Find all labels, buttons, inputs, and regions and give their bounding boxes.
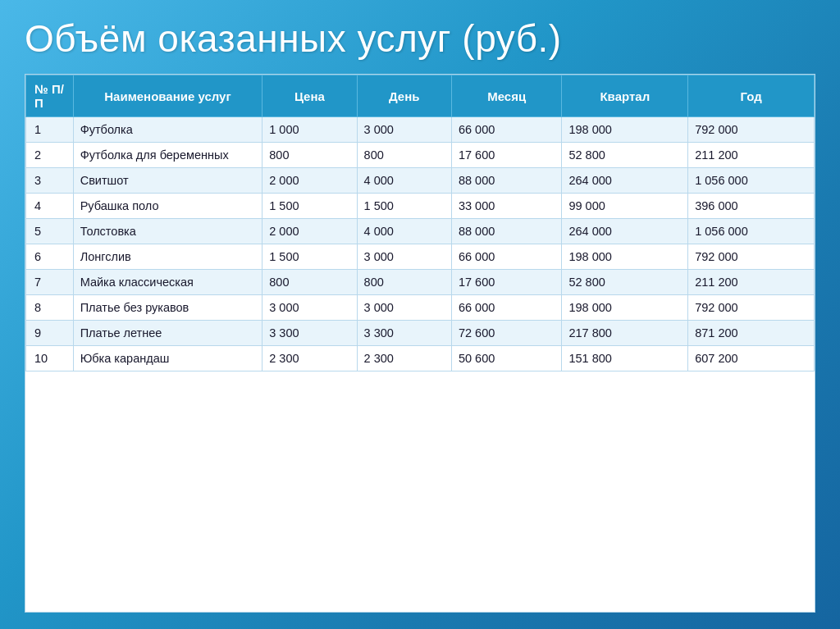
col-header-price: Цена [262, 75, 357, 117]
table-cell: 4 000 [357, 219, 451, 244]
table-cell: 33 000 [451, 194, 562, 219]
table-cell: 1 500 [262, 194, 357, 219]
table-cell: 607 200 [688, 346, 815, 371]
table-cell: 198 000 [562, 244, 688, 270]
table-cell: 800 [262, 143, 357, 168]
table-cell: 17 600 [451, 143, 562, 168]
table-cell: 4 000 [357, 168, 451, 194]
page-container: Объём оказанных услуг (руб.) № П/П Наиме… [0, 0, 840, 629]
table-cell: 800 [262, 270, 357, 295]
table-cell: 151 800 [562, 346, 688, 371]
table-cell: Футболка для беременных [73, 143, 262, 168]
col-header-quarter: Квартал [562, 75, 688, 117]
data-table: № П/П Наименование услуг Цена День Месяц… [25, 75, 815, 371]
table-cell: 17 600 [451, 270, 562, 295]
table-cell: 66 000 [451, 244, 562, 270]
table-cell: 3 000 [357, 117, 451, 143]
col-header-num: № П/П [26, 75, 74, 117]
table-cell: 3 000 [357, 244, 451, 270]
table-cell: 7 [26, 270, 74, 295]
table-cell: 5 [26, 219, 74, 244]
table-cell: Футболка [73, 117, 262, 143]
table-row: 4Рубашка поло1 5001 50033 00099 000396 0… [26, 194, 815, 219]
table-cell: Майка классическая [73, 270, 262, 295]
table-cell: 871 200 [688, 321, 815, 346]
table-cell: Юбка карандаш [73, 346, 262, 371]
table-cell: 2 000 [262, 168, 357, 194]
table-cell: 198 000 [562, 295, 688, 321]
table-cell: Платье летнее [73, 321, 262, 346]
table-cell: 6 [26, 244, 74, 270]
table-row: 5Толстовка2 0004 00088 000264 0001 056 0… [26, 219, 815, 244]
table-cell: 4 [26, 194, 74, 219]
table-cell: 88 000 [451, 168, 562, 194]
col-header-month: Месяц [451, 75, 562, 117]
table-cell: 1 056 000 [688, 168, 815, 194]
table-row: 7Майка классическая80080017 60052 800211… [26, 270, 815, 295]
table-cell: 1 000 [262, 117, 357, 143]
table-row: 8Платье без рукавов3 0003 00066 000198 0… [26, 295, 815, 321]
table-cell: 800 [357, 270, 451, 295]
table-cell: 396 000 [688, 194, 815, 219]
table-row: 9Платье летнее3 3003 30072 600217 800871… [26, 321, 815, 346]
table-cell: 3 300 [262, 321, 357, 346]
table-cell: 9 [26, 321, 74, 346]
table-cell: 198 000 [562, 117, 688, 143]
table-cell: 217 800 [562, 321, 688, 346]
table-cell: 792 000 [688, 244, 815, 270]
table-cell: 66 000 [451, 117, 562, 143]
table-cell: 211 200 [688, 143, 815, 168]
table-body: 1Футболка1 0003 00066 000198 000792 0002… [26, 117, 815, 371]
table-row: 1Футболка1 0003 00066 000198 000792 000 [26, 117, 815, 143]
table-cell: 52 800 [562, 270, 688, 295]
table-cell: 1 500 [262, 244, 357, 270]
table-cell: 1 500 [357, 194, 451, 219]
table-header-row: № П/П Наименование услуг Цена День Месяц… [26, 75, 815, 117]
table-cell: 1 [26, 117, 74, 143]
page-title: Объём оказанных услуг (руб.) [25, 16, 815, 61]
table-cell: 88 000 [451, 219, 562, 244]
table-cell: 2 300 [262, 346, 357, 371]
col-header-year: Год [688, 75, 815, 117]
table-row: 3Свитшот2 0004 00088 000264 0001 056 000 [26, 168, 815, 194]
col-header-day: День [357, 75, 451, 117]
table-cell: 3 000 [262, 295, 357, 321]
table-row: 2Футболка для беременных80080017 60052 8… [26, 143, 815, 168]
table-cell: 66 000 [451, 295, 562, 321]
table-cell: 3 [26, 168, 74, 194]
table-cell: 8 [26, 295, 74, 321]
table-row: 10Юбка карандаш2 3002 30050 600151 80060… [26, 346, 815, 371]
table-cell: 211 200 [688, 270, 815, 295]
table-cell: 99 000 [562, 194, 688, 219]
table-cell: 10 [26, 346, 74, 371]
table-cell: 3 300 [357, 321, 451, 346]
table-cell: 2 300 [357, 346, 451, 371]
table-cell: 1 056 000 [688, 219, 815, 244]
table-cell: Платье без рукавов [73, 295, 262, 321]
table-cell: 72 600 [451, 321, 562, 346]
table-cell: 792 000 [688, 117, 815, 143]
table-cell: 2 [26, 143, 74, 168]
table-cell: 52 800 [562, 143, 688, 168]
table-row: 6Лонгслив1 5003 00066 000198 000792 000 [26, 244, 815, 270]
table-cell: Толстовка [73, 219, 262, 244]
table-cell: 264 000 [562, 219, 688, 244]
table-cell: 792 000 [688, 295, 815, 321]
table-cell: 3 000 [357, 295, 451, 321]
table-cell: Рубашка поло [73, 194, 262, 219]
col-header-name: Наименование услуг [73, 75, 262, 117]
table-cell: 264 000 [562, 168, 688, 194]
table-cell: Лонгслив [73, 244, 262, 270]
table-cell: 50 600 [451, 346, 562, 371]
table-cell: 2 000 [262, 219, 357, 244]
table-cell: Свитшот [73, 168, 262, 194]
table-wrapper: № П/П Наименование услуг Цена День Месяц… [25, 74, 815, 613]
table-cell: 800 [357, 143, 451, 168]
